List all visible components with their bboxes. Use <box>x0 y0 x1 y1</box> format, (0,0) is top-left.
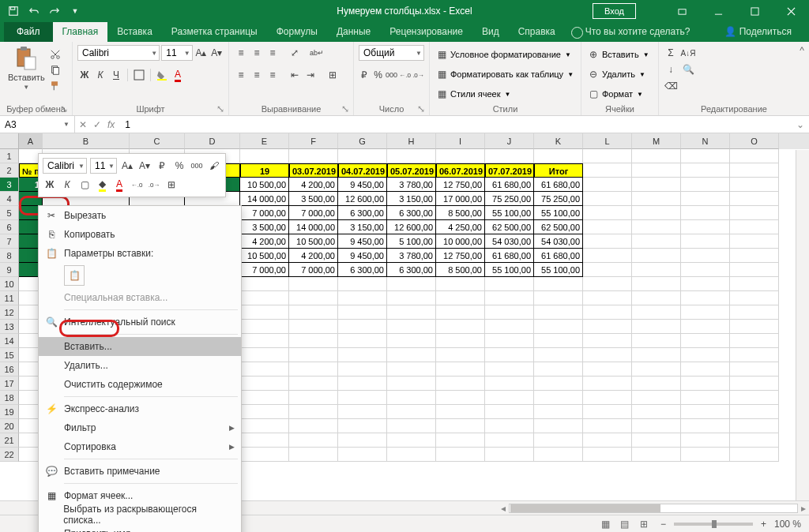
col-header-M[interactable]: M <box>632 133 681 149</box>
decrease-indent-icon[interactable]: ⇤ <box>288 68 302 82</box>
share-button[interactable]: 👤 Поделиться <box>715 22 801 42</box>
cell[interactable] <box>534 334 583 348</box>
tab-data[interactable]: Данные <box>327 22 380 42</box>
insert-cells-button[interactable]: ⊕Вставить▼ <box>586 46 653 63</box>
cell[interactable]: 61 680,00 <box>534 249 583 263</box>
format-painter-icon[interactable] <box>48 79 62 93</box>
cell[interactable] <box>338 291 387 305</box>
align-bottom-icon[interactable]: ≡ <box>265 46 280 60</box>
delete-cells-button[interactable]: ⊖Удалить▼ <box>586 66 653 83</box>
cell[interactable] <box>485 305 534 320</box>
cancel-icon[interactable]: ✕ <box>79 119 87 130</box>
mini-format-painter-icon[interactable]: 🖌 <box>207 159 221 173</box>
cell[interactable] <box>485 348 534 362</box>
row-header-2[interactable]: 2 <box>0 163 19 178</box>
row-header-17[interactable]: 17 <box>0 377 19 391</box>
col-header-I[interactable]: I <box>436 133 485 149</box>
cell[interactable] <box>485 362 534 377</box>
page-break-icon[interactable]: ⊞ <box>635 517 653 531</box>
number-format-combo[interactable]: Общий▼ <box>359 45 424 61</box>
cell[interactable]: 55 100,00 <box>485 206 534 220</box>
horizontal-scrollbar[interactable]: ◂ ▸ <box>498 502 809 515</box>
tab-layout[interactable]: Разметка страницы <box>162 22 267 42</box>
cell[interactable]: 9 450,00 <box>338 234 387 249</box>
cell[interactable] <box>681 149 730 163</box>
cell[interactable] <box>289 277 338 291</box>
ctx-paste-option-button[interactable]: 📋 <box>39 263 241 288</box>
cell[interactable] <box>387 334 436 348</box>
cell[interactable] <box>338 348 387 362</box>
row-header-20[interactable]: 20 <box>0 419 19 433</box>
row-header-9[interactable]: 9 <box>0 263 19 277</box>
cell[interactable] <box>240 391 289 405</box>
zoom-slider[interactable] <box>674 523 753 526</box>
cell[interactable]: 10 500,00 <box>240 178 289 192</box>
cell[interactable] <box>730 305 779 320</box>
cell[interactable] <box>534 291 583 305</box>
cell[interactable]: 3 500,00 <box>289 192 338 206</box>
cell[interactable]: 12 600,00 <box>387 220 436 234</box>
sort-filter-icon[interactable]: A↓Я <box>681 46 695 60</box>
normal-view-icon[interactable]: ▦ <box>597 517 615 531</box>
cell[interactable] <box>485 149 534 163</box>
fill-color-icon[interactable] <box>155 68 169 82</box>
cell[interactable] <box>730 178 779 192</box>
cell[interactable] <box>240 277 289 291</box>
col-header-H[interactable]: H <box>387 133 436 149</box>
cell[interactable]: 06.07.2019 <box>436 163 485 178</box>
cell[interactable] <box>387 277 436 291</box>
cell[interactable] <box>681 377 730 391</box>
cell[interactable] <box>338 305 387 320</box>
cell[interactable] <box>485 377 534 391</box>
cell[interactable] <box>436 277 485 291</box>
decrease-font-icon[interactable]: A▾ <box>209 46 224 60</box>
cell[interactable]: 19 <box>240 163 289 178</box>
cell[interactable] <box>387 433 436 448</box>
cell[interactable] <box>730 405 779 419</box>
cell[interactable] <box>583 149 632 163</box>
cell[interactable] <box>583 263 632 277</box>
cell[interactable] <box>240 448 289 462</box>
tab-insert[interactable]: Вставка <box>107 22 162 42</box>
cell[interactable] <box>730 277 779 291</box>
fill-icon[interactable]: ↓ <box>664 62 678 77</box>
cell[interactable] <box>583 448 632 462</box>
cell[interactable] <box>534 320 583 334</box>
mini-increase-decimal-icon[interactable]: .0→ <box>147 178 161 192</box>
cell[interactable] <box>436 433 485 448</box>
cell[interactable]: 3 780,00 <box>387 249 436 263</box>
cell[interactable] <box>681 433 730 448</box>
cell[interactable] <box>436 305 485 320</box>
cell[interactable] <box>240 291 289 305</box>
cell[interactable]: 62 500,00 <box>485 220 534 234</box>
cell[interactable] <box>681 320 730 334</box>
cell[interactable] <box>436 362 485 377</box>
font-name-combo[interactable]: Calibri▼ <box>77 45 160 61</box>
cell[interactable] <box>387 448 436 462</box>
cell[interactable]: 10 500,00 <box>240 249 289 263</box>
tab-view[interactable]: Вид <box>472 22 509 42</box>
cell[interactable]: 55 100,00 <box>534 263 583 277</box>
cell[interactable]: 04.07.2019 <box>338 163 387 178</box>
number-dialog-icon[interactable]: ⤡ <box>417 103 427 113</box>
mini-increase-font-icon[interactable]: A▴ <box>120 159 134 173</box>
format-cells-button[interactable]: ▢Формат▼ <box>586 85 653 103</box>
cell[interactable]: 61 680,00 <box>534 178 583 192</box>
cell[interactable] <box>681 334 730 348</box>
cell[interactable] <box>583 320 632 334</box>
cell[interactable]: 62 500,00 <box>534 220 583 234</box>
cell[interactable] <box>583 291 632 305</box>
cell[interactable] <box>289 419 338 433</box>
cell[interactable] <box>632 178 681 192</box>
cell[interactable] <box>436 419 485 433</box>
col-header-G[interactable]: G <box>338 133 387 149</box>
cell[interactable] <box>485 433 534 448</box>
align-left-icon[interactable]: ≡ <box>234 68 248 82</box>
cell[interactable] <box>534 433 583 448</box>
cell[interactable] <box>583 419 632 433</box>
cell[interactable] <box>730 320 779 334</box>
wrap-text-icon[interactable]: ab↵ <box>310 46 324 60</box>
ctx-define-name[interactable]: Присвоить имя... <box>39 524 241 532</box>
cell[interactable] <box>681 362 730 377</box>
cell-styles-button[interactable]: ▦Стили ячеек▼ <box>435 85 576 103</box>
